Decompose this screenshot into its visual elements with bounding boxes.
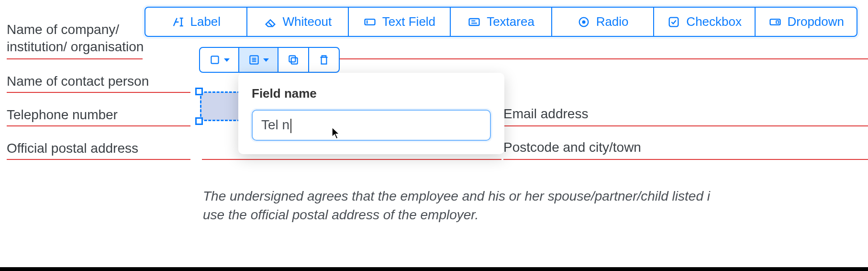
underline	[7, 58, 143, 59]
field-name-popover: Field name Tel n	[238, 73, 504, 154]
duplicate-button[interactable]	[278, 48, 309, 72]
textarea-icon	[467, 15, 481, 29]
svg-rect-4	[669, 17, 679, 26]
tool-textarea[interactable]: Textarea	[451, 8, 553, 36]
label-postal: Official postal address	[7, 140, 138, 157]
checkbox-icon	[667, 15, 680, 29]
tool-label-text: Whiteout	[283, 14, 332, 29]
eraser-icon	[264, 15, 277, 29]
field-type-button[interactable]	[200, 48, 239, 72]
tool-label[interactable]: Label	[145, 8, 247, 36]
text-caret	[290, 119, 291, 133]
tool-whiteout[interactable]: Whiteout	[247, 8, 349, 36]
tool-textfield[interactable]: Text Field	[349, 8, 451, 36]
svg-point-3	[582, 20, 585, 23]
field-name-input[interactable]: Tel n	[252, 110, 491, 141]
square-icon	[209, 54, 221, 66]
svg-rect-0	[365, 19, 375, 25]
tool-dropdown[interactable]: Dropdown	[756, 8, 857, 36]
textfield-icon	[363, 15, 377, 29]
svg-rect-7	[211, 56, 218, 63]
delete-button[interactable]	[309, 48, 339, 72]
tool-label-text: Radio	[596, 14, 629, 29]
selected-field-placeholder[interactable]	[193, 89, 240, 124]
chevron-down-icon	[263, 58, 269, 62]
label-postcode: Postcode and city/town	[503, 140, 641, 155]
underline	[7, 92, 190, 93]
field-selection-outline	[200, 91, 240, 121]
tool-checkbox[interactable]: Checkbox	[654, 8, 756, 36]
field-type-toolbar: Label Whiteout Text Field Textarea Radio…	[145, 7, 857, 37]
field-name-input-value: Tel n	[261, 117, 289, 132]
disclaimer-text: The undersigned agrees that the employee…	[203, 187, 868, 224]
tool-radio[interactable]: Radio	[552, 8, 654, 36]
tool-label-text: Dropdown	[788, 14, 845, 29]
dropdown-icon	[768, 15, 782, 29]
underline	[503, 125, 868, 126]
tool-label-text: Textarea	[487, 14, 534, 29]
resize-handle-top[interactable]	[195, 88, 203, 95]
disclaimer-line: use the official postal address of the e…	[203, 207, 479, 222]
field-properties-button[interactable]	[239, 48, 278, 72]
underline	[7, 125, 190, 126]
underline	[7, 159, 190, 160]
label-icon	[171, 15, 184, 29]
label-telephone: Telephone number	[7, 106, 118, 124]
underline	[202, 159, 501, 160]
field-context-toolbar	[199, 47, 340, 73]
bottom-border	[0, 267, 868, 271]
tool-label-text: Label	[190, 14, 221, 29]
tool-label-text: Text Field	[382, 14, 435, 29]
underline	[503, 159, 868, 160]
label-company: Name of company/ institution/ organisati…	[7, 21, 144, 56]
resize-handle-bottom[interactable]	[195, 117, 203, 125]
label-email: Email address	[503, 106, 588, 122]
radio-icon	[577, 15, 590, 29]
svg-rect-9	[291, 58, 298, 64]
list-icon	[248, 54, 260, 66]
tool-label-text: Checkbox	[686, 14, 742, 29]
svg-rect-10	[289, 56, 295, 62]
trash-icon	[318, 54, 330, 66]
copy-icon	[287, 54, 300, 66]
popover-title: Field name	[252, 86, 491, 101]
disclaimer-line: The undersigned agrees that the employee…	[203, 189, 710, 203]
chevron-down-icon	[224, 58, 230, 62]
svg-rect-1	[469, 19, 479, 25]
label-contact: Name of contact person	[7, 73, 149, 90]
